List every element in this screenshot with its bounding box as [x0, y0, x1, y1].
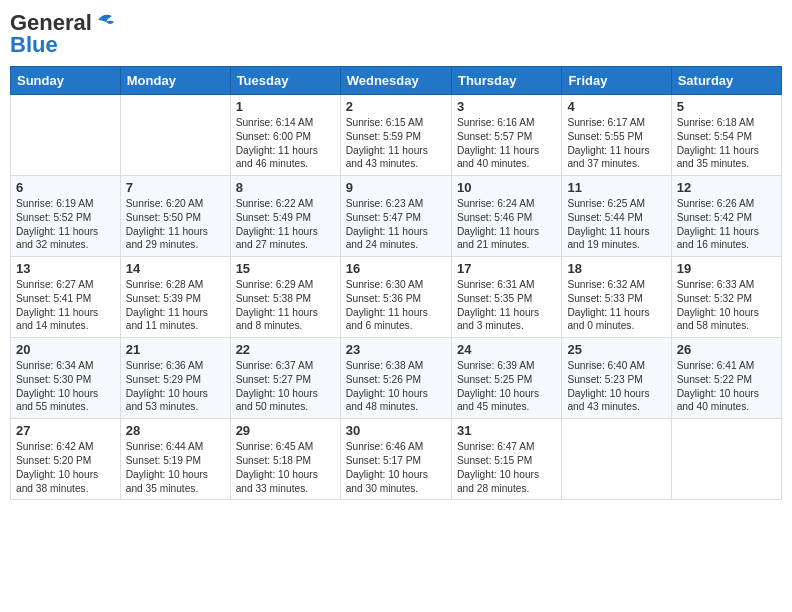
daylight-text: Daylight: 10 hours and 43 minutes.	[567, 388, 649, 413]
daylight-text: Daylight: 10 hours and 35 minutes.	[126, 469, 208, 494]
day-number: 15	[236, 261, 335, 276]
daylight-text: Daylight: 11 hours and 8 minutes.	[236, 307, 318, 332]
cell-content: Sunrise: 6:41 AM Sunset: 5:22 PM Dayligh…	[677, 359, 776, 414]
logo-bird-icon	[94, 12, 116, 30]
calendar-cell: 21 Sunrise: 6:36 AM Sunset: 5:29 PM Dayl…	[120, 338, 230, 419]
daylight-text: Daylight: 11 hours and 27 minutes.	[236, 226, 318, 251]
sunrise-text: Sunrise: 6:40 AM	[567, 360, 645, 371]
sunrise-text: Sunrise: 6:28 AM	[126, 279, 204, 290]
calendar-cell: 8 Sunrise: 6:22 AM Sunset: 5:49 PM Dayli…	[230, 176, 340, 257]
sunrise-text: Sunrise: 6:18 AM	[677, 117, 755, 128]
day-number: 4	[567, 99, 665, 114]
sunrise-text: Sunrise: 6:14 AM	[236, 117, 314, 128]
sunset-text: Sunset: 5:18 PM	[236, 455, 311, 466]
sunset-text: Sunset: 5:47 PM	[346, 212, 421, 223]
sunrise-text: Sunrise: 6:24 AM	[457, 198, 535, 209]
sunrise-text: Sunrise: 6:38 AM	[346, 360, 424, 371]
calendar-day-header: Tuesday	[230, 67, 340, 95]
daylight-text: Daylight: 10 hours and 33 minutes.	[236, 469, 318, 494]
sunset-text: Sunset: 5:42 PM	[677, 212, 752, 223]
calendar-table: SundayMondayTuesdayWednesdayThursdayFrid…	[10, 66, 782, 500]
cell-content: Sunrise: 6:26 AM Sunset: 5:42 PM Dayligh…	[677, 197, 776, 252]
calendar-cell: 10 Sunrise: 6:24 AM Sunset: 5:46 PM Dayl…	[451, 176, 561, 257]
cell-content: Sunrise: 6:30 AM Sunset: 5:36 PM Dayligh…	[346, 278, 446, 333]
day-number: 28	[126, 423, 225, 438]
sunset-text: Sunset: 6:00 PM	[236, 131, 311, 142]
sunrise-text: Sunrise: 6:15 AM	[346, 117, 424, 128]
calendar-cell: 2 Sunrise: 6:15 AM Sunset: 5:59 PM Dayli…	[340, 95, 451, 176]
sunset-text: Sunset: 5:59 PM	[346, 131, 421, 142]
calendar-cell: 26 Sunrise: 6:41 AM Sunset: 5:22 PM Dayl…	[671, 338, 781, 419]
daylight-text: Daylight: 11 hours and 29 minutes.	[126, 226, 208, 251]
calendar-cell: 17 Sunrise: 6:31 AM Sunset: 5:35 PM Dayl…	[451, 257, 561, 338]
sunset-text: Sunset: 5:23 PM	[567, 374, 642, 385]
sunrise-text: Sunrise: 6:17 AM	[567, 117, 645, 128]
sunset-text: Sunset: 5:32 PM	[677, 293, 752, 304]
daylight-text: Daylight: 10 hours and 48 minutes.	[346, 388, 428, 413]
sunset-text: Sunset: 5:46 PM	[457, 212, 532, 223]
cell-content: Sunrise: 6:45 AM Sunset: 5:18 PM Dayligh…	[236, 440, 335, 495]
cell-content: Sunrise: 6:44 AM Sunset: 5:19 PM Dayligh…	[126, 440, 225, 495]
sunrise-text: Sunrise: 6:44 AM	[126, 441, 204, 452]
sunrise-text: Sunrise: 6:31 AM	[457, 279, 535, 290]
sunrise-text: Sunrise: 6:20 AM	[126, 198, 204, 209]
sunrise-text: Sunrise: 6:37 AM	[236, 360, 314, 371]
calendar-week-row: 20 Sunrise: 6:34 AM Sunset: 5:30 PM Dayl…	[11, 338, 782, 419]
sunrise-text: Sunrise: 6:42 AM	[16, 441, 94, 452]
sunrise-text: Sunrise: 6:33 AM	[677, 279, 755, 290]
cell-content: Sunrise: 6:36 AM Sunset: 5:29 PM Dayligh…	[126, 359, 225, 414]
daylight-text: Daylight: 11 hours and 19 minutes.	[567, 226, 649, 251]
calendar-cell: 14 Sunrise: 6:28 AM Sunset: 5:39 PM Dayl…	[120, 257, 230, 338]
daylight-text: Daylight: 11 hours and 40 minutes.	[457, 145, 539, 170]
sunrise-text: Sunrise: 6:30 AM	[346, 279, 424, 290]
calendar-cell: 13 Sunrise: 6:27 AM Sunset: 5:41 PM Dayl…	[11, 257, 121, 338]
sunset-text: Sunset: 5:15 PM	[457, 455, 532, 466]
sunset-text: Sunset: 5:57 PM	[457, 131, 532, 142]
calendar-cell: 6 Sunrise: 6:19 AM Sunset: 5:52 PM Dayli…	[11, 176, 121, 257]
daylight-text: Daylight: 10 hours and 40 minutes.	[677, 388, 759, 413]
day-number: 8	[236, 180, 335, 195]
daylight-text: Daylight: 11 hours and 6 minutes.	[346, 307, 428, 332]
calendar-cell: 31 Sunrise: 6:47 AM Sunset: 5:15 PM Dayl…	[451, 419, 561, 500]
calendar-cell	[11, 95, 121, 176]
daylight-text: Daylight: 10 hours and 50 minutes.	[236, 388, 318, 413]
cell-content: Sunrise: 6:29 AM Sunset: 5:38 PM Dayligh…	[236, 278, 335, 333]
day-number: 11	[567, 180, 665, 195]
calendar-header-row: SundayMondayTuesdayWednesdayThursdayFrid…	[11, 67, 782, 95]
day-number: 19	[677, 261, 776, 276]
sunrise-text: Sunrise: 6:19 AM	[16, 198, 94, 209]
calendar-cell: 5 Sunrise: 6:18 AM Sunset: 5:54 PM Dayli…	[671, 95, 781, 176]
calendar-day-header: Thursday	[451, 67, 561, 95]
cell-content: Sunrise: 6:17 AM Sunset: 5:55 PM Dayligh…	[567, 116, 665, 171]
daylight-text: Daylight: 10 hours and 30 minutes.	[346, 469, 428, 494]
sunrise-text: Sunrise: 6:25 AM	[567, 198, 645, 209]
day-number: 20	[16, 342, 115, 357]
daylight-text: Daylight: 10 hours and 55 minutes.	[16, 388, 98, 413]
day-number: 16	[346, 261, 446, 276]
calendar-day-header: Monday	[120, 67, 230, 95]
sunset-text: Sunset: 5:29 PM	[126, 374, 201, 385]
day-number: 10	[457, 180, 556, 195]
calendar-cell: 11 Sunrise: 6:25 AM Sunset: 5:44 PM Dayl…	[562, 176, 671, 257]
calendar-cell: 19 Sunrise: 6:33 AM Sunset: 5:32 PM Dayl…	[671, 257, 781, 338]
cell-content: Sunrise: 6:40 AM Sunset: 5:23 PM Dayligh…	[567, 359, 665, 414]
day-number: 1	[236, 99, 335, 114]
day-number: 17	[457, 261, 556, 276]
cell-content: Sunrise: 6:19 AM Sunset: 5:52 PM Dayligh…	[16, 197, 115, 252]
calendar-cell: 28 Sunrise: 6:44 AM Sunset: 5:19 PM Dayl…	[120, 419, 230, 500]
calendar-cell: 20 Sunrise: 6:34 AM Sunset: 5:30 PM Dayl…	[11, 338, 121, 419]
day-number: 23	[346, 342, 446, 357]
cell-content: Sunrise: 6:32 AM Sunset: 5:33 PM Dayligh…	[567, 278, 665, 333]
day-number: 25	[567, 342, 665, 357]
day-number: 6	[16, 180, 115, 195]
sunrise-text: Sunrise: 6:47 AM	[457, 441, 535, 452]
calendar-cell: 1 Sunrise: 6:14 AM Sunset: 6:00 PM Dayli…	[230, 95, 340, 176]
cell-content: Sunrise: 6:27 AM Sunset: 5:41 PM Dayligh…	[16, 278, 115, 333]
sunset-text: Sunset: 5:49 PM	[236, 212, 311, 223]
sunset-text: Sunset: 5:39 PM	[126, 293, 201, 304]
day-number: 21	[126, 342, 225, 357]
sunset-text: Sunset: 5:19 PM	[126, 455, 201, 466]
cell-content: Sunrise: 6:31 AM Sunset: 5:35 PM Dayligh…	[457, 278, 556, 333]
daylight-text: Daylight: 11 hours and 46 minutes.	[236, 145, 318, 170]
daylight-text: Daylight: 11 hours and 37 minutes.	[567, 145, 649, 170]
